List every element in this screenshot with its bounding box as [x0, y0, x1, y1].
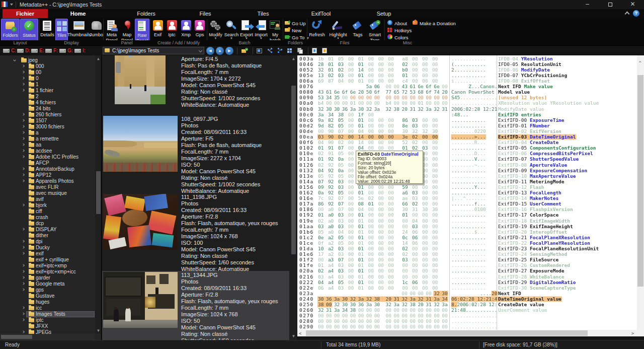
expand-arrow-icon[interactable] — [22, 330, 25, 333]
hex-row-0080[interactable] — [297, 90, 637, 95]
hex-row-0216[interactable] — [297, 274, 637, 280]
minimize-button[interactable]: – — [576, 0, 599, 9]
menu-tab-exiftool[interactable]: ExifTool — [301, 9, 341, 18]
hex-vscrollbar[interactable] — [637, 55, 644, 336]
hex-row-019e[interactable] — [297, 218, 637, 224]
menu-tab-fichier[interactable]: Fichier — [3, 9, 48, 18]
hex-row-0186[interactable] — [297, 207, 637, 213]
ribbon-button-new[interactable]: New — [285, 27, 301, 33]
menu-tab-setup[interactable]: Setup — [369, 9, 399, 18]
expand-arrow-icon[interactable] — [22, 264, 25, 267]
tree-item-260-fichiers[interactable]: 260 fichiers — [0, 112, 101, 118]
add-folder-icon[interactable]: + — [241, 48, 248, 54]
scroll-up-icon[interactable]: ▲ — [97, 56, 100, 61]
hex-row-0126[interactable] — [297, 162, 637, 168]
expand-arrow-icon[interactable] — [22, 89, 25, 92]
hex-row-00a0[interactable] — [297, 101, 637, 106]
tree-item-crash[interactable]: crash — [0, 215, 101, 221]
hex-row-01e6[interactable] — [297, 252, 637, 257]
tree-item-24-bits[interactable]: 24 bits — [0, 106, 101, 112]
menu-tab-home[interactable]: Home — [63, 9, 93, 18]
nav-back-button[interactable]: ◀ — [206, 47, 214, 55]
expand-arrow-icon[interactable] — [22, 270, 25, 273]
expand-arrow-icon[interactable] — [22, 288, 25, 291]
ribbon-button-gps[interactable]: Gps — [193, 19, 206, 41]
expand-arrow-icon[interactable] — [22, 276, 25, 279]
tree-item-huges[interactable]: huges — [0, 299, 101, 305]
hex-row-0076[interactable] — [297, 84, 637, 90]
tree-item-exif-iptc-xmp-icc[interactable]: exif+iptc+xmp+icc — [0, 269, 101, 275]
help-button[interactable]: ? — [633, 10, 639, 17]
expand-arrow-icon[interactable] — [22, 306, 25, 309]
ribbon-button-map-panel[interactable]: MapPanel — [120, 19, 134, 41]
hex-row-01f2[interactable] — [297, 257, 637, 263]
ribbon-button-colors[interactable]: Colors — [387, 34, 408, 40]
ribbon-button-status[interactable]: ✓Status — [20, 19, 38, 41]
tree-item-display[interactable]: DISPLAY — [0, 227, 101, 233]
ribbon-button-go-to[interactable]: Go To▼ — [285, 34, 309, 40]
expand-arrow-icon[interactable] — [22, 203, 25, 206]
hex-row-005e[interactable] — [297, 73, 637, 78]
tree-item-dpi[interactable]: dpi — [0, 239, 101, 245]
ribbon-button-export[interactable]: Export▼ — [239, 19, 254, 41]
tree-scrollbar[interactable] — [95, 55, 102, 334]
expand-arrow-icon[interactable] — [22, 77, 25, 80]
hex-row-006a[interactable] — [297, 78, 637, 84]
tree-item-1[interactable]: 1 — [0, 82, 101, 88]
tree-item-exif-iptc-xmp[interactable]: exif+iptc+xmp — [0, 263, 101, 269]
ribbon-button-folders[interactable]: ↓Folders — [1, 19, 20, 41]
ribbon-button-meta-panel[interactable]: MetaPanel — [104, 19, 119, 41]
ribbon-button-about[interactable]: iAbout — [387, 20, 407, 26]
tree-item-app12[interactable]: APP12 — [0, 172, 101, 178]
collapse-arrow-icon[interactable] — [13, 58, 16, 61]
hex-row-00b0[interactable] — [297, 106, 637, 112]
tree-item-icc[interactable]: icc — [0, 305, 101, 311]
hex-row-020a[interactable] — [297, 268, 637, 274]
ribbon-button-raw-panel[interactable]: RawPanel — [135, 19, 149, 41]
hex-row-01aa[interactable] — [297, 224, 637, 229]
hex-row-0090[interactable] — [297, 95, 637, 101]
tree-item-ducky[interactable]: Ducky — [0, 245, 101, 251]
tree-item-00[interactable]: 00 — [0, 69, 101, 76]
expand-arrow-icon[interactable] — [22, 83, 25, 86]
hex-row-003a[interactable] — [297, 56, 637, 61]
expand-arrow-icon[interactable] — [22, 240, 25, 243]
hex-row-016e[interactable] — [297, 196, 637, 201]
tree-scrollbar-thumb[interactable] — [96, 171, 101, 214]
hex-row-0260[interactable] — [297, 308, 637, 313]
address-bar[interactable]: C:\jpeg\Images Tests — [103, 47, 204, 54]
tree-item-images-tests[interactable]: Images Tests — [0, 311, 101, 317]
ribbon-button-tiles[interactable]: Tiles — [55, 19, 68, 41]
expand-arrow-icon[interactable] — [22, 131, 25, 134]
ribbon-button-highlight[interactable]: Highlight▼ — [327, 19, 349, 41]
tree-item-2[interactable]: 2 — [0, 94, 101, 100]
expand-arrow-icon[interactable] — [22, 246, 25, 249]
tree-item-annotatorbackup[interactable]: AnnotatorBackup — [0, 166, 101, 172]
expand-arrow-icon[interactable] — [22, 143, 25, 146]
expand-arrow-icon[interactable] — [22, 113, 25, 116]
hex-row-0162[interactable] — [297, 190, 637, 195]
hex-row-00f6[interactable] — [297, 140, 637, 146]
expand-arrow-icon[interactable] — [22, 179, 25, 182]
tree-item-aa[interactable]: aa — [0, 142, 101, 148]
ribbon-button-iptc[interactable]: Iptc — [165, 19, 179, 41]
menu-tab-folders[interactable]: Folders — [127, 9, 165, 18]
expand-arrow-icon[interactable] — [22, 228, 25, 231]
hex-row-014a[interactable] — [297, 179, 637, 184]
tree-item-dcp[interactable]: dcp — [0, 221, 101, 227]
ribbon-button-jumbo[interactable]: Jumbo — [90, 19, 103, 41]
ribbon-button-import[interactable]: Import▼ — [254, 19, 268, 41]
expand-arrow-icon[interactable] — [22, 149, 25, 152]
menu-tab-files[interactable]: Files — [190, 9, 220, 18]
tree-item-avec-flir[interactable]: avec FLIR — [0, 184, 101, 190]
hex-row-00c0[interactable] — [297, 112, 637, 117]
tree-item-4-fichiers[interactable]: 4 fichiers — [0, 100, 101, 106]
hex-row-0222[interactable] — [297, 280, 637, 285]
tree-item-avif[interactable]: avif — [0, 196, 101, 202]
hex-row-0102[interactable] — [297, 146, 637, 151]
address-dropdown-icon[interactable] — [199, 49, 202, 52]
file-item-108-0897-jpg[interactable]: 108_0897.JPGPhotosCreated: 08/09/2011 16… — [102, 115, 289, 193]
hex-row-00ea[interactable] — [297, 134, 637, 139]
expand-arrow-icon[interactable] — [22, 173, 25, 176]
tree-item-0[interactable]: 0 — [0, 76, 101, 82]
